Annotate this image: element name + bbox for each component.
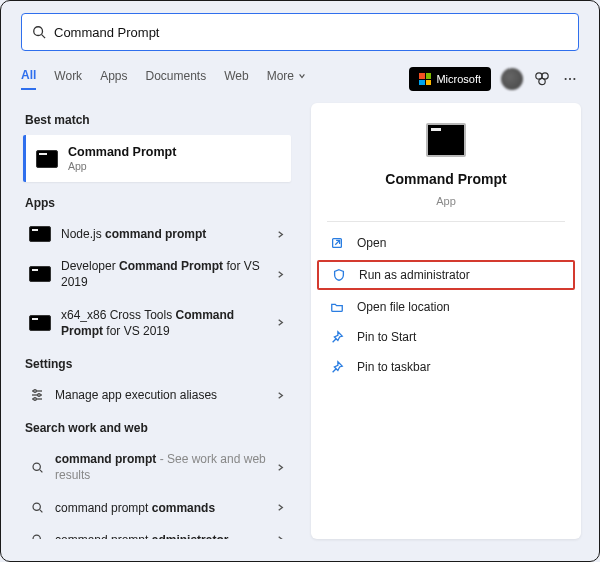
svg-point-11 bbox=[34, 390, 37, 393]
svg-point-6 bbox=[569, 78, 571, 80]
web-result-label: command prompt administrator bbox=[55, 532, 266, 539]
settings-icon bbox=[29, 387, 45, 403]
tab-more[interactable]: More bbox=[267, 68, 306, 90]
action-pin-start[interactable]: Pin to Start bbox=[311, 322, 581, 352]
search-input[interactable] bbox=[54, 25, 568, 40]
command-prompt-icon bbox=[36, 150, 58, 168]
search-box[interactable] bbox=[21, 13, 579, 51]
search-icon bbox=[29, 532, 45, 539]
chevron-right-icon bbox=[276, 230, 285, 239]
chevron-right-icon bbox=[276, 535, 285, 539]
user-avatar[interactable] bbox=[501, 68, 523, 90]
web-result-label: command prompt commands bbox=[55, 500, 266, 516]
svg-point-4 bbox=[539, 78, 545, 84]
scope-tabs: All Work Apps Documents Web More bbox=[21, 68, 409, 90]
command-prompt-icon bbox=[426, 123, 466, 157]
action-open-location[interactable]: Open file location bbox=[311, 292, 581, 322]
best-match-title: Command Prompt bbox=[68, 145, 176, 159]
folder-icon bbox=[329, 299, 345, 315]
search-icon bbox=[29, 459, 45, 475]
tab-apps[interactable]: Apps bbox=[100, 68, 127, 90]
app-result-nodejs[interactable]: Node.js command prompt bbox=[19, 218, 295, 250]
svg-line-17 bbox=[39, 510, 41, 512]
web-result-label: command prompt - See work and web result… bbox=[55, 451, 266, 483]
action-open-location-label: Open file location bbox=[357, 300, 450, 314]
section-search-web: Search work and web bbox=[19, 411, 295, 443]
action-run-admin-label: Run as administrator bbox=[359, 268, 470, 282]
svg-point-16 bbox=[33, 503, 40, 510]
svg-point-0 bbox=[34, 27, 43, 36]
tab-work[interactable]: Work bbox=[54, 68, 82, 90]
svg-line-1 bbox=[42, 35, 46, 39]
tab-all[interactable]: All bbox=[21, 68, 36, 90]
open-icon bbox=[329, 235, 345, 251]
svg-line-15 bbox=[39, 470, 41, 472]
app-result-dev-prompt[interactable]: Developer Command Prompt for VS 2019 bbox=[19, 250, 295, 298]
app-result-label: x64_x86 Cross Tools Command Prompt for V… bbox=[61, 307, 266, 339]
web-result-2[interactable]: command prompt administrator bbox=[19, 524, 295, 539]
search-icon bbox=[29, 500, 45, 516]
chevron-right-icon bbox=[276, 270, 285, 279]
action-pin-taskbar-label: Pin to taskbar bbox=[357, 360, 430, 374]
app-result-label: Node.js command prompt bbox=[61, 226, 266, 242]
action-open-label: Open bbox=[357, 236, 386, 250]
best-match-subtitle: App bbox=[68, 160, 176, 172]
preview-pane: Command Prompt App Open Run as administr… bbox=[311, 103, 581, 539]
svg-point-18 bbox=[33, 535, 40, 539]
app-result-cross-tools[interactable]: x64_x86 Cross Tools Command Prompt for V… bbox=[19, 299, 295, 347]
section-settings: Settings bbox=[19, 347, 295, 379]
rewards-icon[interactable] bbox=[533, 70, 551, 88]
command-prompt-icon bbox=[29, 315, 51, 331]
microsoft-badge[interactable]: Microsoft bbox=[409, 67, 491, 91]
results-column: Best match Command Prompt App Apps Node.… bbox=[19, 103, 295, 539]
microsoft-badge-label: Microsoft bbox=[436, 73, 481, 85]
action-open[interactable]: Open bbox=[311, 228, 581, 258]
chevron-right-icon bbox=[276, 318, 285, 327]
divider bbox=[327, 221, 565, 222]
tab-documents[interactable]: Documents bbox=[145, 68, 206, 90]
chevron-down-icon bbox=[298, 72, 306, 80]
action-run-admin[interactable]: Run as administrator bbox=[317, 260, 575, 290]
tabs-row: All Work Apps Documents Web More Microso… bbox=[1, 51, 599, 99]
more-options-icon[interactable] bbox=[561, 70, 579, 88]
pin-icon bbox=[329, 329, 345, 345]
svg-point-5 bbox=[565, 78, 567, 80]
preview-header: Command Prompt App bbox=[311, 123, 581, 221]
tab-more-label: More bbox=[267, 69, 294, 83]
svg-point-14 bbox=[33, 463, 40, 470]
action-pin-taskbar[interactable]: Pin to taskbar bbox=[311, 352, 581, 382]
app-result-label: Developer Command Prompt for VS 2019 bbox=[61, 258, 266, 290]
pin-icon bbox=[329, 359, 345, 375]
tab-web[interactable]: Web bbox=[224, 68, 248, 90]
web-result-1[interactable]: command prompt commands bbox=[19, 492, 295, 524]
svg-point-7 bbox=[573, 78, 575, 80]
svg-point-13 bbox=[34, 398, 37, 401]
settings-result-label: Manage app execution aliases bbox=[55, 387, 266, 403]
chevron-right-icon bbox=[276, 391, 285, 400]
section-apps: Apps bbox=[19, 186, 295, 218]
chevron-right-icon bbox=[276, 503, 285, 512]
best-match-result[interactable]: Command Prompt App bbox=[23, 135, 291, 182]
section-best-match: Best match bbox=[19, 103, 295, 135]
settings-result-aliases[interactable]: Manage app execution aliases bbox=[19, 379, 295, 411]
preview-title: Command Prompt bbox=[385, 171, 506, 187]
header-right: Microsoft bbox=[409, 67, 579, 91]
command-prompt-icon bbox=[29, 226, 51, 242]
web-result-0[interactable]: command prompt - See work and web result… bbox=[19, 443, 295, 491]
preview-subtitle: App bbox=[436, 195, 456, 207]
action-pin-start-label: Pin to Start bbox=[357, 330, 416, 344]
search-icon bbox=[32, 25, 46, 39]
chevron-right-icon bbox=[276, 463, 285, 472]
best-match-texts: Command Prompt App bbox=[68, 145, 176, 172]
command-prompt-icon bbox=[29, 266, 51, 282]
shield-icon bbox=[331, 267, 347, 283]
content-area: Best match Command Prompt App Apps Node.… bbox=[1, 99, 599, 555]
microsoft-logo-icon bbox=[419, 73, 431, 85]
svg-point-12 bbox=[38, 394, 41, 397]
